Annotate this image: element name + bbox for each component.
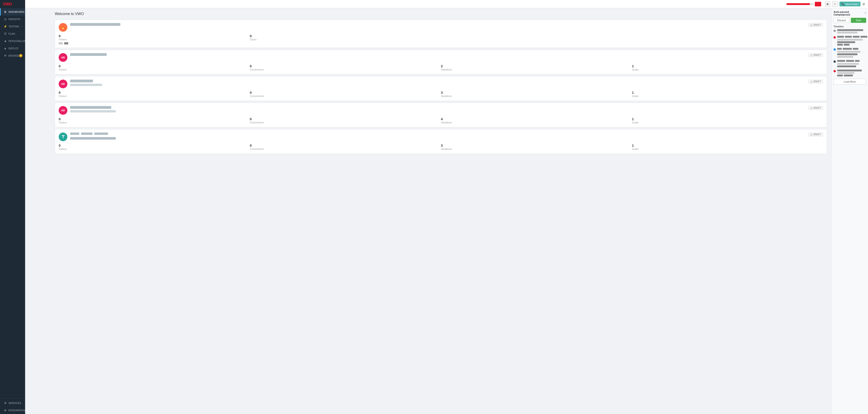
tbar-3f [837,56,853,58]
help-button[interactable]: 📞 Need Help? [839,2,861,6]
campaign-avatar-3: AB [59,80,67,88]
campaign-avatar-4: AB [59,106,67,115]
metric-label-visitors-4: Visitors [59,121,250,124]
services-icon: ⚙ [3,402,7,405]
sidebar-item-personalize[interactable]: ◈ PERSONALIZE [0,37,25,45]
campaign-card-3: AB ▤ DRAFT 0 Visitors 0 [55,76,827,101]
tbar-1b [837,32,858,34]
personalize-icon: ◈ [3,39,7,43]
campaign-metrics-5: 0 Visitors 0 Conversions 3 Variations 1 … [59,143,823,150]
sidebar-item-integrations[interactable]: ⊕ INTEGRATIONS [0,407,25,414]
draft-badge-5: ▤ DRAFT [808,133,823,136]
campaign-title-5 [70,133,808,141]
integrations-icon: ⊕ [3,409,7,412]
sidebar-label-personalize: PERSONALIZE [8,40,25,42]
sidebar-item-services[interactable]: ⚙ SERVICES [0,400,25,407]
load-more-button[interactable]: Load More [834,79,866,84]
draft-icon-5: ▤ [810,133,812,136]
settings-icon[interactable]: ⚙ [862,2,865,6]
sidebar-item-plan[interactable]: ☰ PLAN › [0,30,25,37]
metric-conversions-2: 0 Conversions [250,64,441,71]
timeline-content-1 [837,29,866,34]
start-button[interactable]: Start [851,18,866,23]
main-container: Welcome to VWO 🔥 ▤ DRAFT [50,8,868,414]
panel-title: Auto-paused Campaigns(1) [834,10,864,16]
campaign-card-1: 🔥 ▤ DRAFT 0 Visitors 0 Cl [55,20,827,48]
campaign-name-bar-5b [81,133,92,135]
info-icon: ? [865,12,866,14]
tbar-3b [843,48,852,50]
campaign-metrics-4: 0 Visitors 0 Conversions 4 Variations 1 … [59,117,823,124]
sidebar-label-deploy: DEPLOY [8,47,19,50]
progress-red-block [815,2,821,6]
tbar-3c [853,48,859,50]
draft-badge-3: ▤ DRAFT [808,80,823,83]
chevron-right-icon-3: › [22,33,22,35]
topbar-progress [28,2,821,6]
right-panel: Auto-paused Campaigns(1) ? Discard Start… [832,8,868,414]
list-view-button[interactable]: ≡ [832,1,838,7]
sidebar-item-testing[interactable]: ⚡ TESTING › [0,23,25,30]
campaign-name-bar-5a [70,133,79,135]
sidebar-divider [0,398,25,399]
metric-goals-3: 1 Goals [632,91,823,97]
tbar-2g [837,44,843,46]
timeline-label: Timeline [834,25,866,28]
tbar-4a [837,60,845,62]
campaign-actions-1 [59,42,823,44]
draft-label-5: DRAFT [813,133,821,136]
metric-variations-2: 2 Variations [441,64,632,71]
metric-goals-4: 1 Goals [632,117,823,124]
timeline-item-2 [834,36,866,46]
sidebar-item-dashboard[interactable]: ⊞ DASHBOARD [0,8,25,15]
sidebar-label-dashboard: DASHBOARD [8,10,25,13]
campaign-info-5: ϒ [59,133,808,141]
progress-bar [786,3,814,5]
campaign-name-bar-1 [70,23,120,26]
timeline-bars-4 [837,60,866,67]
campaign-metrics-1: 0 Visitors 0 Clicks [59,34,823,41]
dashboard-icon: ⊞ [3,10,7,13]
topbar: ▦ ≡ 📞 Need Help? ⚙ [25,0,868,8]
campaign-metrics-3: 0 Visitors 0 Conversions 3 Variations 1 … [59,91,823,97]
metric-value-goals-2: 1 [632,64,823,68]
timeline-item-4 [834,60,866,67]
tbar-5d [844,75,853,76]
campaign-card-4: AB ▤ DRAFT 0 Visitors 0 [55,103,827,127]
metric-value-visitors-3: 0 [59,91,250,95]
metric-label-goals-5: Goals [632,147,823,150]
metric-value-visitors-4: 0 [59,117,250,121]
phone-icon: 📞 [841,2,844,5]
timeline-content-5 [837,70,866,76]
page-title: Welcome to VWO [55,12,827,16]
draft-icon-4: ▤ [810,107,812,109]
tbar-2c [853,36,860,38]
grid-view-button[interactable]: ▦ [825,1,830,7]
discard-button[interactable]: Discard [834,18,849,23]
metric-label-visitors-3: Visitors [59,95,250,97]
sidebar-label-services: SERVICES [8,402,21,405]
metric-value-goals-5: 1 [632,143,823,147]
metric-label-visitors-1: Visitors [59,38,250,41]
timeline-item-3 [834,48,866,58]
tbar-4e [837,65,856,67]
metric-label-visitors-5: Visitors [59,147,250,150]
metric-value-var-2: 2 [441,64,632,68]
timeline-dot-3 [834,48,836,50]
testing-icon: ⚡ [3,25,7,28]
sidebar-label-plan: PLAN [8,32,15,35]
tbar-1a [837,29,863,31]
timeline-item-5 [834,70,866,76]
action-block-1a [59,42,63,44]
draft-icon: ▤ [810,24,812,26]
sidebar-item-engage[interactable]: ✉ ENGAGE 🔔 [0,52,25,59]
metric-value-conv-3: 0 [250,91,441,95]
sidebar-item-insights[interactable]: ◎ INSIGHTS › [0,15,25,23]
timeline-dot-5 [834,70,836,72]
campaign-title-4 [70,106,808,112]
campaign-name-bar-2 [70,53,106,56]
plan-icon: ☰ [3,32,7,35]
sidebar-item-deploy[interactable]: ▲ DEPLOY [0,45,25,52]
draft-label-1: DRAFT [813,24,821,26]
sidebar-bottom: ⚙ SERVICES ⊕ INTEGRATIONS [0,398,25,414]
